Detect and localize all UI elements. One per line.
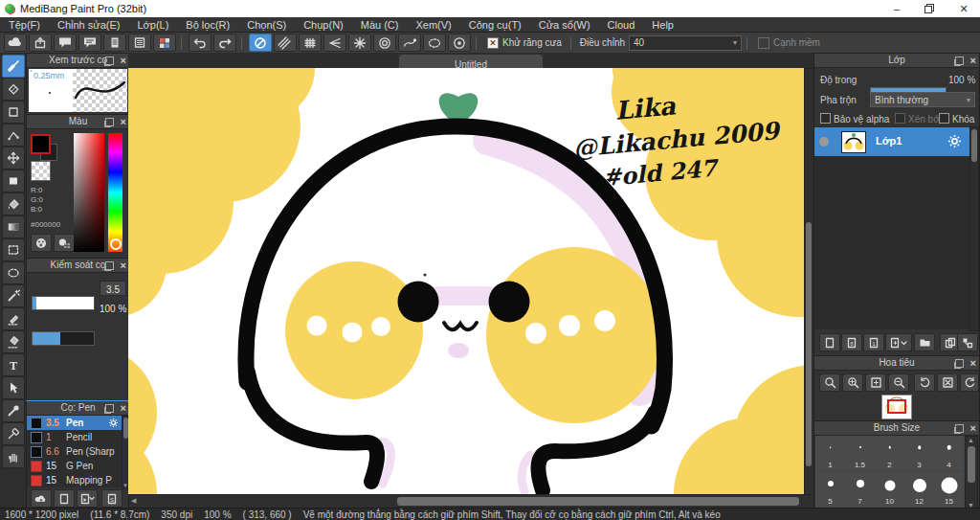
close-icon[interactable]: ×	[121, 54, 126, 67]
rotate-right-button[interactable]	[960, 373, 979, 392]
foreground-color-swatch[interactable]	[31, 134, 51, 154]
scrollbar-thumb[interactable]	[971, 129, 977, 162]
reset-view-button[interactable]	[937, 373, 958, 392]
move-tool[interactable]	[2, 147, 25, 170]
fill-shape-tool[interactable]	[2, 170, 25, 192]
layer-visibility-toggle[interactable]	[819, 137, 829, 147]
add-brush-button[interactable]	[54, 489, 75, 508]
shape-brush-tool[interactable]	[2, 101, 25, 124]
menu-bo-loc[interactable]: Bộ lọc(R)	[177, 19, 238, 31]
brush-list-header[interactable]: Cọ: Pen ×	[27, 401, 129, 416]
saturation-value-picker[interactable]	[74, 133, 104, 252]
brush-script-button[interactable]: S	[101, 489, 122, 508]
popout-icon[interactable]	[955, 359, 964, 368]
assist-circle-button[interactable]	[448, 34, 471, 52]
add-layer-button[interactable]	[819, 333, 840, 351]
menu-lop[interactable]: Lớp(L)	[128, 19, 177, 31]
close-button[interactable]: ✕	[947, 0, 980, 17]
menu-help[interactable]: Help	[643, 19, 682, 31]
comment-button[interactable]	[54, 34, 77, 52]
lasso-tool[interactable]	[2, 261, 25, 284]
close-icon[interactable]: ×	[121, 259, 126, 272]
select-eraser-tool[interactable]	[2, 330, 25, 353]
hand-tool[interactable]	[2, 445, 25, 468]
add-layer-menu-button[interactable]	[885, 333, 912, 351]
scroll-up-icon[interactable]: ▲	[968, 437, 974, 443]
brush-opacity-slider[interactable]	[32, 331, 95, 346]
canvas-tab[interactable]: Untitled	[399, 55, 543, 68]
brush-size-cell[interactable]: 4	[934, 436, 965, 472]
canvas-hscrollbar[interactable]: ◀	[128, 494, 814, 509]
popout-icon[interactable]	[105, 261, 114, 270]
brush-row-mapping[interactable]: 15 Mapping P	[27, 473, 122, 487]
layer-settings-gear-icon[interactable]	[947, 134, 962, 148]
layer-list-scrollbar[interactable]	[969, 126, 979, 331]
minimize-button[interactable]: –	[880, 0, 913, 17]
layer-row-selected[interactable]: Lớp1	[814, 127, 969, 156]
close-icon[interactable]: ×	[970, 54, 976, 67]
close-icon[interactable]: ×	[970, 421, 976, 435]
rotate-left-button[interactable]	[914, 373, 935, 392]
brush-size-cell[interactable]: 1	[815, 436, 846, 472]
brush-size-cell[interactable]: 15	[934, 472, 965, 509]
document-button[interactable]	[103, 34, 126, 52]
zoom-out-button[interactable]	[888, 373, 909, 392]
cloud-button[interactable]	[4, 34, 27, 52]
close-icon[interactable]: ×	[121, 401, 126, 415]
eraser-tool[interactable]	[2, 78, 25, 101]
scrollbar-thumb[interactable]	[123, 418, 128, 439]
scrollbar-thumb[interactable]	[968, 446, 975, 483]
brush-control-header[interactable]: Kiểm soát cọ ×	[27, 259, 129, 273]
brush-row-pencil[interactable]: 1 Pencil	[27, 430, 122, 444]
operation-tool[interactable]	[2, 376, 25, 399]
div-ruler-tool[interactable]	[2, 422, 25, 445]
checkbox-icon[interactable]	[939, 113, 949, 124]
popout-icon[interactable]	[105, 118, 114, 126]
popout-icon[interactable]	[955, 424, 964, 433]
redo-button[interactable]	[213, 34, 236, 52]
brush-size-header[interactable]: Brush Size ×	[814, 421, 979, 436]
soft-edge-checkbox[interactable]	[758, 37, 769, 49]
brush-size-slider[interactable]	[32, 296, 95, 310]
menu-mau[interactable]: Màu (C)	[352, 19, 408, 31]
assist-curve-button[interactable]	[398, 34, 421, 52]
clipping-option[interactable]: Xén bớt	[895, 113, 942, 124]
checkbox-icon[interactable]	[895, 113, 905, 124]
brush-size-cell[interactable]: 2	[875, 436, 905, 472]
menu-cua-so[interactable]: Cửa sổ(W)	[530, 19, 599, 31]
scrollbar-thumb[interactable]	[397, 497, 799, 506]
publish-button[interactable]	[29, 34, 52, 52]
brush-preview-header[interactable]: Xem trước cọ ×	[27, 54, 129, 68]
layer-panel-header[interactable]: Lớp ×	[814, 54, 979, 68]
palette-grid-button[interactable]	[54, 234, 75, 252]
hue-bar[interactable]	[108, 133, 122, 252]
correction-dropdown[interactable]: 40 ▾	[629, 35, 742, 51]
palette-button[interactable]	[31, 234, 52, 252]
brush-row-pen-sharp[interactable]: 6.6 Pen (Sharp	[27, 444, 122, 459]
transparent-color-swatch[interactable]	[31, 161, 51, 181]
merge-layer-button[interactable]	[957, 333, 978, 351]
layer-folder-button[interactable]	[914, 333, 935, 351]
eyedropper-tool[interactable]	[2, 399, 25, 422]
canvas[interactable]: Lika @Likachu 2009 #old 247	[128, 68, 804, 494]
brush-tool[interactable]	[2, 55, 25, 78]
fit-window-button[interactable]	[865, 373, 886, 392]
assist-ellipse-button[interactable]	[423, 34, 446, 52]
blend-dropdown[interactable]: Bình thường ▾	[870, 92, 975, 107]
gear-icon[interactable]	[108, 418, 119, 428]
palette-grid-button[interactable]	[153, 34, 176, 52]
scrollbar-thumb[interactable]	[806, 222, 812, 466]
popout-icon[interactable]	[955, 57, 964, 65]
add-8bit-layer-button[interactable]: 8	[841, 333, 862, 351]
brush-row-pen[interactable]: 3.5 Pen	[27, 416, 122, 430]
navigator-thumbnail[interactable]	[881, 395, 912, 419]
menu-xem[interactable]: Xem(V)	[407, 19, 459, 31]
assist-none-button[interactable]	[249, 34, 272, 52]
text-tool[interactable]: T	[2, 353, 25, 376]
assist-vanishing-button[interactable]	[323, 34, 346, 52]
close-icon[interactable]: ×	[970, 356, 976, 370]
magic-wand-tool[interactable]	[2, 284, 25, 307]
popout-icon[interactable]	[105, 57, 114, 65]
navigator-header[interactable]: Hoa tiêu ×	[814, 356, 979, 371]
comment-settings-button[interactable]	[78, 34, 101, 52]
